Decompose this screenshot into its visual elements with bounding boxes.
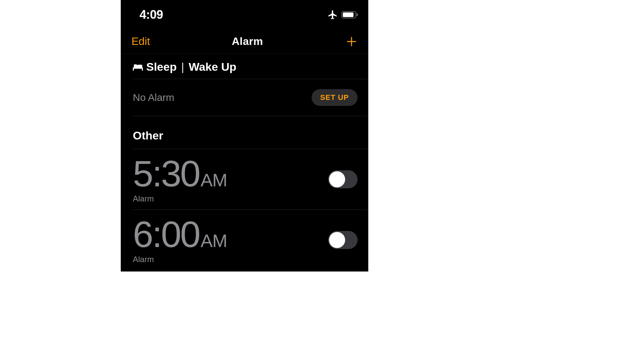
bed-icon (133, 63, 143, 71)
airplane-mode-icon (327, 9, 338, 20)
alarm-row[interactable]: 5:30AM Alarm (133, 149, 368, 210)
add-alarm-button[interactable] (345, 35, 358, 48)
alarm-toggle[interactable] (328, 231, 358, 249)
svg-rect-1 (343, 12, 354, 17)
svg-rect-3 (133, 67, 143, 69)
svg-rect-4 (133, 69, 134, 71)
svg-rect-2 (357, 13, 358, 16)
alarm-info: 5:30AM Alarm (133, 155, 227, 203)
sleep-title-sleep: Sleep (146, 60, 177, 73)
sleep-alarm-row: No Alarm SET UP (133, 79, 368, 116)
other-section: Other 5:30AM Alarm 6:00AM (121, 116, 368, 270)
alarm-time-period: AM (199, 170, 227, 190)
alarm-label: Alarm (133, 254, 227, 264)
alarm-label: Alarm (133, 193, 227, 203)
alarm-row[interactable]: 6:00AM Alarm (133, 210, 368, 270)
sleep-section-header: Sleep | Wake Up (133, 54, 368, 79)
page-title: Alarm (232, 35, 263, 48)
battery-icon (341, 11, 358, 19)
alarm-time: 5:30AM (133, 155, 227, 192)
alarm-time: 6:00AM (133, 216, 227, 253)
alarm-toggle[interactable] (328, 170, 358, 188)
alarm-app-screen: 4:09 Edit Alarm (121, 0, 368, 272)
svg-rect-5 (142, 69, 143, 71)
edit-button[interactable]: Edit (131, 35, 150, 48)
setup-button[interactable]: SET UP (312, 89, 358, 106)
toggle-knob (329, 171, 345, 187)
nav-bar: Edit Alarm (121, 29, 368, 54)
sleep-section: Sleep | Wake Up No Alarm SET UP (121, 54, 368, 116)
sleep-title-divider: | (177, 60, 189, 73)
alarm-time-hm: 5:30 (133, 153, 199, 194)
plus-icon (345, 36, 358, 48)
sleep-title-wakeup: Wake Up (189, 60, 236, 73)
status-icons (327, 9, 358, 20)
status-bar: 4:09 (121, 0, 368, 29)
alarm-info: 6:00AM Alarm (133, 216, 227, 264)
alarm-time-hm: 6:00 (133, 214, 199, 255)
no-alarm-label: No Alarm (133, 92, 174, 103)
toggle-knob (329, 232, 345, 248)
alarm-time-period: AM (199, 231, 227, 251)
status-time: 4:09 (140, 8, 163, 22)
other-section-header: Other (133, 116, 368, 149)
